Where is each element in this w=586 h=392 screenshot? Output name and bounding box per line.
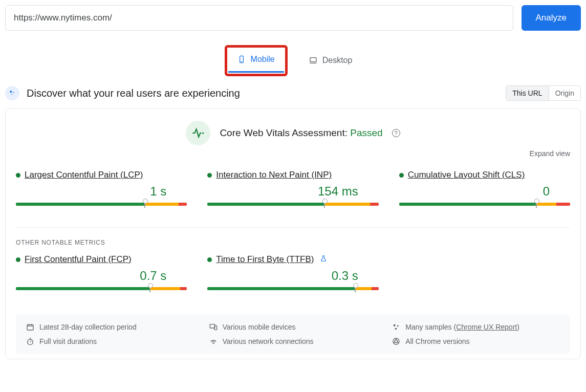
metric-inp-bar	[207, 203, 378, 206]
svg-point-16	[395, 328, 397, 330]
footer-network: Various network connections	[223, 337, 314, 345]
analyze-button[interactable]: Analyze	[522, 5, 581, 31]
svg-line-18	[30, 341, 31, 342]
metric-lcp-name[interactable]: Largest Contentful Paint (LCP)	[25, 170, 143, 180]
scope-toggle: This URL Origin	[506, 85, 581, 101]
metric-cls-bar	[399, 203, 570, 206]
svg-line-24	[397, 342, 399, 342]
help-icon[interactable]: ?	[392, 129, 400, 137]
metric-fcp-bar	[16, 287, 187, 290]
metric-inp-marker	[324, 201, 325, 208]
cwv-title: Core Web Vitals Assessment: Passed	[220, 127, 382, 139]
metric-lcp: Largest Contentful Paint (LCP) 1 s	[16, 170, 187, 208]
status-dot-good	[16, 257, 20, 262]
cwv-label: Core Web Vitals Assessment:	[220, 127, 348, 138]
data-source-footer: Latest 28-day collection period Various …	[16, 315, 570, 354]
metric-ttfb-value: 0.3 s	[207, 269, 378, 283]
vitals-icon	[186, 121, 210, 145]
metric-inp: Interaction to Next Paint (INP) 154 ms	[207, 170, 378, 208]
device-tabs: Mobile Desktop	[5, 45, 581, 76]
devices-icon	[209, 323, 218, 331]
experimental-icon	[320, 255, 327, 264]
footer-durations: Full visit durations	[39, 337, 97, 345]
metric-cls: Cumulative Layout Shift (CLS) 0	[399, 170, 570, 208]
chrome-ux-report-link[interactable]: Chrome UX Report	[456, 323, 517, 331]
metric-ttfb-name[interactable]: Time to First Byte (TTFB)	[216, 254, 314, 265]
status-dot-good	[399, 173, 404, 178]
scope-origin[interactable]: Origin	[549, 86, 580, 100]
discover-icon	[5, 86, 19, 100]
expand-view-link[interactable]: Expand view	[530, 149, 570, 158]
assessment-panel: Core Web Vitals Assessment: Passed ? Exp…	[5, 108, 581, 359]
svg-point-6	[11, 94, 13, 95]
metric-inp-name[interactable]: Interaction to Next Paint (INP)	[216, 170, 332, 180]
svg-rect-8	[27, 324, 33, 330]
svg-point-4	[10, 91, 12, 93]
footer-chrome: All Chrome versions	[405, 337, 469, 345]
metric-cls-marker	[536, 201, 537, 208]
svg-rect-2	[310, 57, 316, 61]
metric-fcp-name[interactable]: First Contentful Paint (FCP)	[25, 254, 132, 265]
metric-cls-value: 0	[399, 184, 570, 199]
svg-point-14	[394, 324, 396, 326]
status-dot-good	[207, 257, 212, 262]
stopwatch-icon	[26, 337, 34, 345]
mobile-icon	[237, 55, 246, 63]
status-dot-good	[16, 173, 20, 178]
tab-mobile[interactable]: Mobile	[228, 49, 284, 73]
svg-rect-12	[210, 324, 214, 328]
tab-desktop[interactable]: Desktop	[300, 45, 362, 76]
metric-lcp-bar	[16, 203, 187, 206]
scope-this-url[interactable]: This URL	[506, 86, 548, 100]
svg-point-15	[397, 325, 399, 327]
metric-fcp-value: 0.7 s	[16, 269, 187, 283]
svg-point-7	[203, 132, 204, 134]
metric-ttfb-bar	[207, 287, 378, 290]
svg-point-17	[28, 339, 33, 345]
other-metrics-label: OTHER NOTABLE METRICS	[16, 227, 570, 246]
section-title: Discover what your real users are experi…	[27, 88, 240, 99]
metric-lcp-marker	[144, 201, 145, 208]
metric-ttfb: Time to First Byte (TTFB) 0.3 s	[207, 254, 378, 292]
footer-samples: Many samples (Chrome UX Report)	[405, 323, 519, 331]
chrome-icon	[392, 337, 400, 345]
samples-icon	[392, 323, 400, 331]
url-input[interactable]	[5, 5, 513, 31]
svg-point-5	[13, 92, 14, 93]
metric-fcp: First Contentful Paint (FCP) 0.7 s	[16, 254, 187, 292]
cwv-status: Passed	[350, 127, 382, 138]
metric-inp-value: 154 ms	[207, 184, 378, 199]
svg-line-25	[394, 342, 395, 342]
svg-point-20	[213, 343, 213, 343]
calendar-icon	[26, 323, 34, 331]
footer-collection: Latest 28-day collection period	[39, 323, 137, 331]
network-icon	[209, 337, 218, 345]
metric-lcp-value: 1 s	[16, 184, 187, 199]
tab-mobile-label: Mobile	[251, 55, 275, 64]
metric-cls-name[interactable]: Cumulative Layout Shift (CLS)	[408, 170, 525, 180]
footer-devices: Various mobile devices	[223, 323, 296, 331]
tab-highlight: Mobile	[225, 45, 288, 76]
desktop-icon	[309, 56, 317, 64]
status-dot-good	[207, 173, 212, 178]
metric-ttfb-marker	[355, 285, 356, 292]
tab-desktop-label: Desktop	[322, 56, 353, 65]
metric-fcp-marker	[149, 285, 150, 292]
